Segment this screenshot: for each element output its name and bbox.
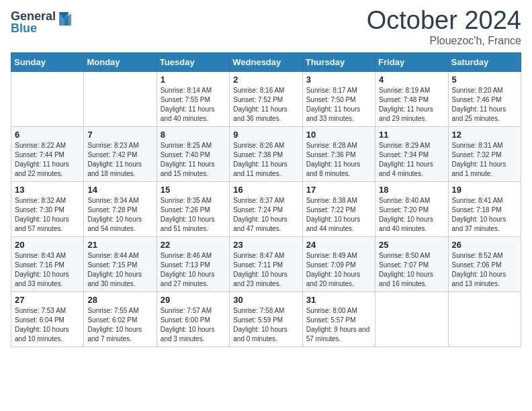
cell-sun-info: Sunrise: 8:38 AMSunset: 7:22 PMDaylight:… <box>306 196 371 234</box>
location-title: Plouezoc'h, France <box>367 35 521 47</box>
day-number: 15 <box>161 185 226 195</box>
calendar-cell: 30Sunrise: 7:58 AMSunset: 5:59 PMDayligh… <box>230 291 302 347</box>
svg-text:Blue: Blue <box>11 21 37 35</box>
cell-sun-info: Sunrise: 8:31 AMSunset: 7:32 PMDaylight:… <box>452 141 517 179</box>
cell-sun-info: Sunrise: 8:41 AMSunset: 7:18 PMDaylight:… <box>452 196 517 234</box>
day-number: 27 <box>15 295 80 305</box>
logo-area: General Blue <box>11 7 71 39</box>
calendar-cell: 9Sunrise: 8:26 AMSunset: 7:38 PMDaylight… <box>230 126 302 181</box>
calendar-cell: 27Sunrise: 7:53 AMSunset: 6:04 PMDayligh… <box>11 291 84 347</box>
cell-sun-info: Sunrise: 8:49 AMSunset: 7:09 PMDaylight:… <box>306 251 371 289</box>
day-number: 17 <box>306 185 371 195</box>
day-number: 13 <box>15 185 80 195</box>
day-number: 25 <box>379 240 444 250</box>
cell-sun-info: Sunrise: 7:53 AMSunset: 6:04 PMDaylight:… <box>15 306 80 344</box>
cell-sun-info: Sunrise: 8:25 AMSunset: 7:40 PMDaylight:… <box>161 141 226 179</box>
svg-text:General: General <box>11 9 56 23</box>
day-number: 11 <box>379 130 444 140</box>
day-number: 23 <box>233 240 298 250</box>
calendar-cell: 24Sunrise: 8:49 AMSunset: 7:09 PMDayligh… <box>302 236 375 291</box>
cell-sun-info: Sunrise: 7:55 AMSunset: 6:02 PMDaylight:… <box>87 306 152 344</box>
calendar-cell: 22Sunrise: 8:46 AMSunset: 7:13 PMDayligh… <box>157 236 229 291</box>
weekday-header: Monday <box>84 52 157 71</box>
calendar-cell: 6Sunrise: 8:22 AMSunset: 7:44 PMDaylight… <box>11 126 84 181</box>
day-number: 20 <box>15 240 80 250</box>
day-number: 12 <box>452 130 517 140</box>
cell-sun-info: Sunrise: 8:37 AMSunset: 7:24 PMDaylight:… <box>233 196 298 234</box>
cell-sun-info: Sunrise: 8:29 AMSunset: 7:34 PMDaylight:… <box>379 141 444 179</box>
page: General Blue October 2024 Plouezoc'h, Fr… <box>0 0 532 411</box>
day-number: 18 <box>379 185 444 195</box>
calendar-week-row: 20Sunrise: 8:43 AMSunset: 7:16 PMDayligh… <box>11 236 521 291</box>
cell-sun-info: Sunrise: 8:16 AMSunset: 7:52 PMDaylight:… <box>233 86 298 124</box>
weekday-header: Thursday <box>302 52 375 71</box>
day-number: 6 <box>15 130 80 140</box>
month-title: October 2024 <box>367 7 521 35</box>
calendar-cell: 31Sunrise: 8:00 AMSunset: 5:57 PMDayligh… <box>302 291 375 347</box>
calendar-cell: 10Sunrise: 8:28 AMSunset: 7:36 PMDayligh… <box>302 126 375 181</box>
title-area: October 2024 Plouezoc'h, France <box>367 7 521 47</box>
day-number: 8 <box>161 130 226 140</box>
calendar-cell: 19Sunrise: 8:41 AMSunset: 7:18 PMDayligh… <box>448 181 521 236</box>
cell-sun-info: Sunrise: 8:26 AMSunset: 7:38 PMDaylight:… <box>233 141 298 179</box>
day-number: 7 <box>87 130 152 140</box>
calendar-cell: 20Sunrise: 8:43 AMSunset: 7:16 PMDayligh… <box>11 236 84 291</box>
cell-sun-info: Sunrise: 8:22 AMSunset: 7:44 PMDaylight:… <box>15 141 80 179</box>
cell-sun-info: Sunrise: 8:40 AMSunset: 7:20 PMDaylight:… <box>379 196 444 234</box>
calendar-cell: 13Sunrise: 8:32 AMSunset: 7:30 PMDayligh… <box>11 181 84 236</box>
cell-sun-info: Sunrise: 8:47 AMSunset: 7:11 PMDaylight:… <box>233 251 298 289</box>
cell-sun-info: Sunrise: 8:19 AMSunset: 7:48 PMDaylight:… <box>379 86 444 124</box>
weekday-header-row: SundayMondayTuesdayWednesdayThursdayFrid… <box>11 52 521 71</box>
calendar-cell: 7Sunrise: 8:23 AMSunset: 7:42 PMDaylight… <box>84 126 157 181</box>
calendar-table: SundayMondayTuesdayWednesdayThursdayFrid… <box>11 52 521 347</box>
calendar-cell: 12Sunrise: 8:31 AMSunset: 7:32 PMDayligh… <box>448 126 521 181</box>
day-number: 2 <box>233 75 298 85</box>
cell-sun-info: Sunrise: 8:20 AMSunset: 7:46 PMDaylight:… <box>452 86 517 124</box>
cell-sun-info: Sunrise: 7:57 AMSunset: 6:00 PMDaylight:… <box>161 306 226 344</box>
day-number: 1 <box>161 75 226 85</box>
calendar-cell <box>375 291 448 347</box>
day-number: 16 <box>233 185 298 195</box>
day-number: 30 <box>233 295 298 305</box>
cell-sun-info: Sunrise: 7:58 AMSunset: 5:59 PMDaylight:… <box>233 306 298 344</box>
weekday-header: Sunday <box>11 52 84 71</box>
cell-sun-info: Sunrise: 8:14 AMSunset: 7:55 PMDaylight:… <box>161 86 226 124</box>
day-number: 21 <box>87 240 152 250</box>
cell-sun-info: Sunrise: 8:44 AMSunset: 7:15 PMDaylight:… <box>87 251 152 289</box>
calendar-cell: 8Sunrise: 8:25 AMSunset: 7:40 PMDaylight… <box>157 126 229 181</box>
weekday-header: Tuesday <box>157 52 229 71</box>
calendar-cell: 3Sunrise: 8:17 AMSunset: 7:50 PMDaylight… <box>302 71 375 126</box>
calendar-cell: 4Sunrise: 8:19 AMSunset: 7:48 PMDaylight… <box>375 71 448 126</box>
day-number: 10 <box>306 130 371 140</box>
header: General Blue October 2024 Plouezoc'h, Fr… <box>11 7 521 47</box>
calendar-cell <box>11 71 84 126</box>
cell-sun-info: Sunrise: 8:34 AMSunset: 7:28 PMDaylight:… <box>87 196 152 234</box>
cell-sun-info: Sunrise: 8:50 AMSunset: 7:07 PMDaylight:… <box>379 251 444 289</box>
day-number: 4 <box>379 75 444 85</box>
calendar-cell: 14Sunrise: 8:34 AMSunset: 7:28 PMDayligh… <box>84 181 157 236</box>
calendar-cell: 21Sunrise: 8:44 AMSunset: 7:15 PMDayligh… <box>84 236 157 291</box>
calendar-cell: 2Sunrise: 8:16 AMSunset: 7:52 PMDaylight… <box>230 71 302 126</box>
calendar-week-row: 1Sunrise: 8:14 AMSunset: 7:55 PMDaylight… <box>11 71 521 126</box>
cell-sun-info: Sunrise: 8:23 AMSunset: 7:42 PMDaylight:… <box>87 141 152 179</box>
calendar-cell: 23Sunrise: 8:47 AMSunset: 7:11 PMDayligh… <box>230 236 302 291</box>
calendar-cell: 17Sunrise: 8:38 AMSunset: 7:22 PMDayligh… <box>302 181 375 236</box>
calendar-week-row: 27Sunrise: 7:53 AMSunset: 6:04 PMDayligh… <box>11 291 521 347</box>
calendar-cell <box>84 71 157 126</box>
logo: General Blue <box>11 7 71 39</box>
day-number: 24 <box>306 240 371 250</box>
calendar-week-row: 13Sunrise: 8:32 AMSunset: 7:30 PMDayligh… <box>11 181 521 236</box>
calendar-week-row: 6Sunrise: 8:22 AMSunset: 7:44 PMDaylight… <box>11 126 521 181</box>
calendar-cell: 5Sunrise: 8:20 AMSunset: 7:46 PMDaylight… <box>448 71 521 126</box>
day-number: 14 <box>87 185 152 195</box>
calendar-cell: 1Sunrise: 8:14 AMSunset: 7:55 PMDaylight… <box>157 71 229 126</box>
weekday-header: Saturday <box>448 52 521 71</box>
cell-sun-info: Sunrise: 8:35 AMSunset: 7:26 PMDaylight:… <box>161 196 226 234</box>
calendar-cell: 15Sunrise: 8:35 AMSunset: 7:26 PMDayligh… <box>157 181 229 236</box>
day-number: 3 <box>306 75 371 85</box>
calendar-cell: 16Sunrise: 8:37 AMSunset: 7:24 PMDayligh… <box>230 181 302 236</box>
calendar-cell: 28Sunrise: 7:55 AMSunset: 6:02 PMDayligh… <box>84 291 157 347</box>
cell-sun-info: Sunrise: 8:43 AMSunset: 7:16 PMDaylight:… <box>15 251 80 289</box>
day-number: 28 <box>87 295 152 305</box>
calendar-cell <box>448 291 521 347</box>
